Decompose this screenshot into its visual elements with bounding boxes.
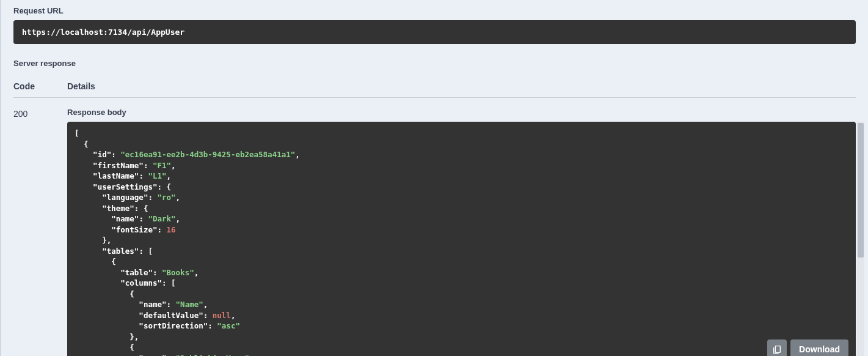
svg-rect-0 bbox=[775, 346, 780, 353]
copy-button[interactable] bbox=[767, 339, 787, 356]
clipboard-icon bbox=[772, 344, 782, 354]
details-column-header: Details bbox=[67, 81, 856, 91]
status-code-value: 200 bbox=[13, 108, 67, 356]
response-row: 200 Response body [ { "id": "ec16ea91-ee… bbox=[13, 108, 856, 356]
scrollbar-track[interactable] bbox=[857, 122, 864, 356]
request-url-value: https://localhost:7134/api/AppUser bbox=[13, 20, 856, 44]
response-body-actions: Download bbox=[767, 339, 848, 356]
code-column-header: Code bbox=[13, 81, 67, 91]
response-body-code[interactable]: [ { "id": "ec16ea91-ee2b-4d3b-9425-eb2ea… bbox=[67, 122, 856, 356]
details-area: Response body [ { "id": "ec16ea91-ee2b-4… bbox=[67, 108, 856, 356]
code-block-wrapper: [ { "id": "ec16ea91-ee2b-4d3b-9425-eb2ea… bbox=[67, 122, 856, 356]
server-response-label: Server response bbox=[13, 53, 856, 73]
request-url-label: Request URL bbox=[13, 0, 856, 20]
response-body-label: Response body bbox=[67, 108, 856, 117]
scrollbar-thumb[interactable] bbox=[858, 123, 864, 258]
swagger-response-panel: Request URL https://localhost:7134/api/A… bbox=[0, 0, 868, 356]
response-header-row: Code Details bbox=[13, 81, 856, 98]
download-button[interactable]: Download bbox=[790, 339, 848, 356]
